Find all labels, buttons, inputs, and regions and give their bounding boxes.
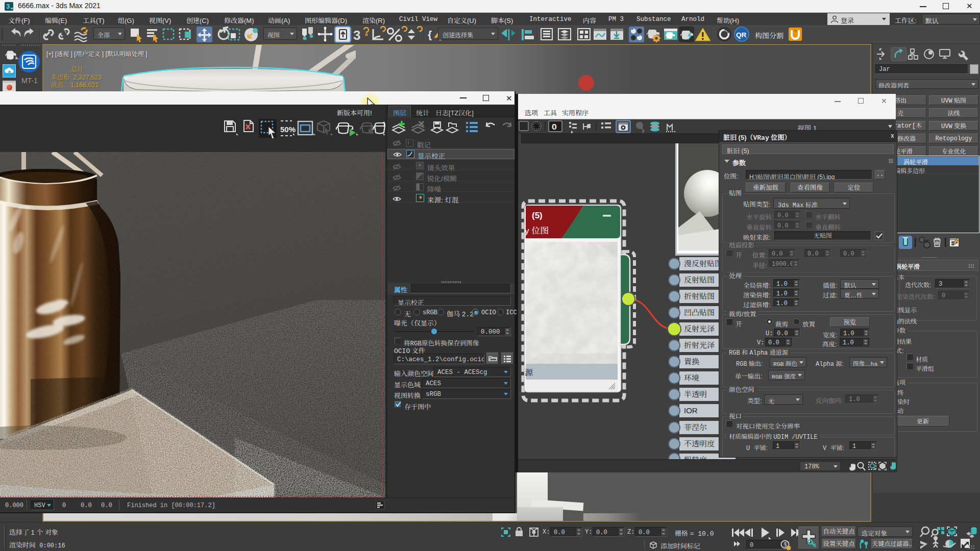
svg-text:50%: 50% bbox=[280, 125, 296, 134]
svg-text:{: { bbox=[428, 29, 432, 40]
svg-text:3: 3 bbox=[353, 28, 360, 43]
svg-text:QR: QR bbox=[736, 31, 747, 39]
svg-text:O: O bbox=[552, 123, 557, 132]
